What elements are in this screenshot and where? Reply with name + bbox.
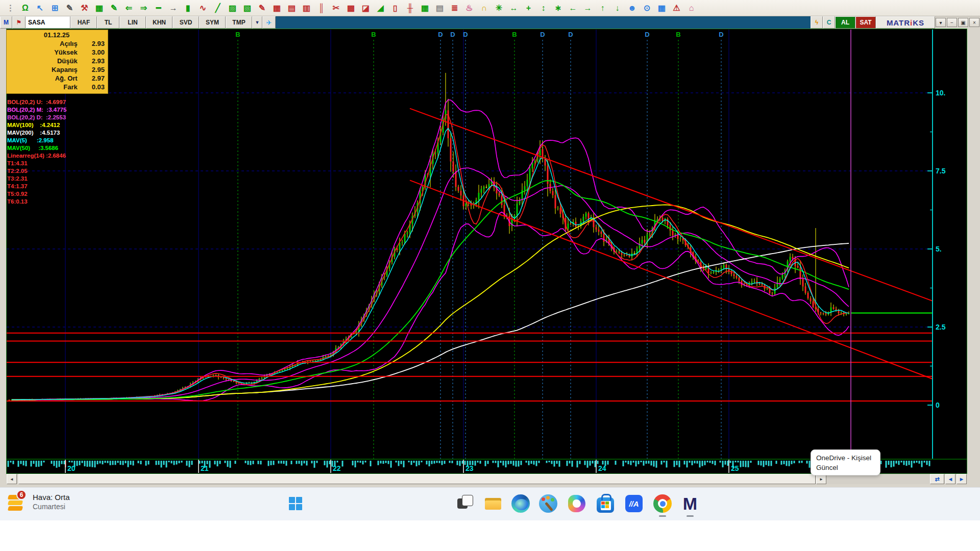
freehand-line-icon[interactable]: ╱ [210,2,225,15]
tools-icon[interactable]: ⚒ [77,2,92,15]
symbol-input[interactable]: SASA [26,16,70,29]
date-tick-bar [383,461,384,464]
tab-haf[interactable]: HAF [70,16,97,29]
chrome-button[interactable] [651,492,674,515]
window-minimize-button[interactable]: − [947,18,957,27]
date-tick-bar [903,461,905,465]
columns-chart-icon[interactable]: ║ [314,2,329,15]
asterisk-icon[interactable]: ∗ [551,2,566,15]
task-view-button[interactable] [454,492,477,515]
nudge-right-icon[interactable]: ⇒ [136,2,151,15]
twitter-icon[interactable]: ✈ [262,16,276,29]
date-tick-bar [457,461,458,465]
arrow-down-icon[interactable]: ↓ [610,2,625,15]
signal-letter: D [568,31,573,38]
price-chart[interactable]: BBDDDBDDDBD10.7.55.2.50202122232425 [0,29,980,474]
user-search-icon[interactable]: ⊙ [640,2,654,15]
table-icon[interactable]: ▦ [654,2,669,15]
frame-chart-icon[interactable]: ▤ [284,2,299,15]
expand-horizontal-icon[interactable]: ↔ [506,2,521,15]
window-dropdown-button[interactable]: ▾ [936,18,946,27]
scroll-right-button[interactable]: ► [816,474,826,484]
bars-chart-icon[interactable]: ▥ [299,2,314,15]
home-icon[interactable]: ⌂ [684,2,699,15]
tab-tl[interactable]: TL [97,16,119,29]
chart-scrollbar[interactable]: ◄ ► ⇄ ◄ ► [6,474,967,484]
flask-icon[interactable]: ♨ [462,2,477,15]
matriks-m-icon[interactable]: M [0,16,12,29]
arrow-left-icon[interactable]: ← [566,2,580,15]
candle-chart-icon[interactable]: ▯ [388,2,403,15]
plus-icon[interactable]: + [521,2,536,15]
microsoft-store-button[interactable] [594,492,617,515]
notification-badge: 6 [16,490,27,500]
bell-icon[interactable]: ∩ [477,2,492,15]
area-chart-icon[interactable]: ◪ [358,2,373,15]
dense-grid-icon[interactable]: ▩ [344,2,358,15]
date-tick-bar [171,461,173,463]
ohlc-chart-icon[interactable]: ╫ [403,2,418,15]
matriks-desktop-button[interactable]: M [679,492,701,515]
date-tick-bar [493,461,494,463]
indicator-chip-icon[interactable]: ▦ [92,2,107,15]
sync-button[interactable]: ⇄ [930,474,944,484]
connection-icon[interactable]: C [823,16,835,29]
arrow-right-icon[interactable]: → [580,2,595,15]
note-edit-icon[interactable]: ✎ [62,2,77,15]
matriks-iq-button[interactable]: //A [623,492,645,515]
tab-svd[interactable]: SVD [173,16,199,29]
tab-khn[interactable]: KHN [146,16,173,29]
lightning-icon[interactable]: ϟ [811,16,823,29]
date-tick-bar [707,461,708,462]
green-pencil-icon[interactable]: ✎ [107,2,121,15]
burst-icon[interactable]: ✳ [492,2,506,15]
sell-button[interactable]: SAT [855,16,876,29]
date-tick-bar [385,461,387,463]
nudge-left-icon[interactable]: ⇐ [121,2,136,15]
date-tick-bar [168,461,170,462]
tab-lin[interactable]: LIN [119,16,146,29]
window-restore-button[interactable]: ▣ [958,18,968,27]
arrow-up-icon[interactable]: ↑ [595,2,610,15]
wave-segment-icon[interactable]: ∿ [195,2,210,15]
hatch-alt-icon[interactable]: ▧ [240,2,255,15]
overlay-grid-icon[interactable]: ▦ [418,2,432,15]
window-close-button[interactable]: × [969,18,979,27]
start-button[interactable] [284,492,307,515]
expand-vertical-icon[interactable]: ↕ [536,2,551,15]
date-tick-bar [148,461,150,464]
vertical-line-icon[interactable]: ▮ [181,2,195,15]
edge-button[interactable] [509,492,532,515]
tab-sym[interactable]: SYM [199,16,226,29]
date-tick-bar [378,461,379,465]
tab-tmp[interactable]: TMP [226,16,252,29]
unlock-icon[interactable]: Ω [18,2,33,15]
horizontal-line-icon[interactable]: ━ [151,2,166,15]
file-explorer-button[interactable] [482,492,504,515]
users-icon[interactable]: ☻ [625,2,640,15]
scissors-icon[interactable]: ✂ [329,2,344,15]
y-scale-icon[interactable]: → [166,2,181,15]
red-pencil-icon[interactable]: ✎ [255,2,270,15]
alarm-icon[interactable]: ⚑ [12,16,26,29]
titlebar-filler [276,16,811,29]
data-window-icon[interactable]: ⊞ [47,2,62,15]
buy-button[interactable]: AL [835,16,855,29]
grid-chart-icon[interactable]: ▦ [270,2,284,15]
paint-button[interactable] [537,492,559,515]
layers-icon[interactable]: ≣ [447,2,462,15]
pointer-icon[interactable]: ↖ [33,2,47,15]
hatch-pattern-icon[interactable]: ▨ [225,2,240,15]
scroll-left-button[interactable]: ◄ [7,474,17,484]
date-tick-bar [360,461,361,463]
weather-widget[interactable]: 6 Hava: Orta Cumartesi [6,492,70,512]
slope-chart-icon[interactable]: ◢ [373,2,388,15]
nav-next-button[interactable]: ► [957,474,967,484]
nav-prev-button[interactable]: ◄ [945,474,955,484]
page-icon[interactable]: ▤ [432,2,447,15]
scroll-thumb[interactable] [18,474,816,484]
warning-icon[interactable]: ⚠ [669,2,684,15]
date-tick-bar [398,461,400,466]
chevron-down-icon[interactable]: ▼ [252,16,262,29]
copilot-button[interactable] [566,492,588,515]
